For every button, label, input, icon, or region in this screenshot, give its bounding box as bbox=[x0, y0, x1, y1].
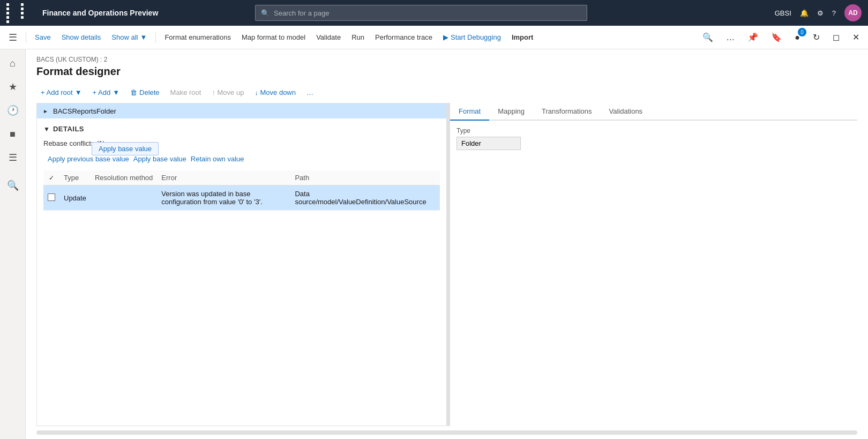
apply-base-value-button[interactable]: Apply base value bbox=[133, 154, 186, 164]
tab-bar: Format Mapping Transformations Validatio… bbox=[450, 103, 857, 121]
apply-base-value-tooltip: Apply base value bbox=[92, 142, 159, 155]
page-header: BACS (UK CUSTOM) : 2 Format designer bbox=[26, 49, 868, 82]
debug-icon: ▶ bbox=[443, 33, 448, 41]
tree-expand-icon: ► bbox=[41, 107, 50, 115]
sidebar-recent-icon[interactable]: 🕐 bbox=[3, 101, 23, 120]
conflict-actions: Apply base value Apply previous base val… bbox=[43, 154, 440, 164]
tab-content-format: Type Folder bbox=[450, 121, 857, 426]
apply-previous-base-value-button[interactable]: Apply previous base value bbox=[48, 154, 129, 164]
row-checkbox[interactable] bbox=[48, 194, 55, 201]
add-button[interactable]: + Add ▼ bbox=[88, 86, 124, 99]
right-panel: Format Mapping Transformations Validatio… bbox=[450, 103, 857, 426]
sidebar-star-icon[interactable]: ★ bbox=[3, 77, 23, 96]
breadcrumb: BACS (UK CUSTOM) : 2 bbox=[36, 56, 857, 63]
toolbar-search-icon[interactable]: 🔍 bbox=[698, 30, 717, 44]
sep2 bbox=[155, 32, 156, 43]
make-root-button[interactable]: Make root bbox=[166, 86, 206, 99]
more-actions-button[interactable]: … bbox=[302, 86, 318, 99]
toolbar-pin-icon[interactable]: 📌 bbox=[743, 30, 762, 44]
sidebar-workspace-icon[interactable]: ■ bbox=[3, 124, 23, 144]
validate-button[interactable]: Validate bbox=[312, 31, 345, 43]
import-button[interactable]: Import bbox=[507, 31, 537, 43]
tree-item-bacs[interactable]: ► BACSReportsFolder bbox=[37, 103, 446, 118]
col-resolved-check: ✓ bbox=[43, 170, 59, 185]
sep1 bbox=[26, 32, 26, 43]
details-header: ▼ DETAILS bbox=[43, 125, 440, 133]
show-all-chevron: ▼ bbox=[140, 33, 147, 41]
toolbar-bookmark-icon[interactable]: 🔖 bbox=[767, 30, 786, 44]
table-row[interactable]: Update Version was updated in base confi… bbox=[43, 185, 440, 211]
details-collapse-icon[interactable]: ▼ bbox=[43, 125, 50, 133]
add-root-chevron: ▼ bbox=[75, 88, 82, 96]
left-sidebar: ⌂ ★ 🕐 ■ ☰ 🔍 bbox=[0, 49, 26, 439]
col-type: Type bbox=[59, 170, 91, 185]
top-navigation: Finance and Operations Preview 🔍 GBSI 🔔 … bbox=[0, 0, 868, 26]
map-format-button[interactable]: Map format to model bbox=[237, 31, 310, 43]
row-resolution bbox=[91, 185, 157, 211]
toolbar-open-icon[interactable]: ◻ bbox=[828, 30, 844, 44]
hamburger-icon[interactable]: ☰ bbox=[4, 29, 21, 46]
top-nav-right: GBSI 🔔 ⚙ ? AD bbox=[775, 4, 862, 21]
app-title: Finance and Operations Preview bbox=[42, 9, 158, 17]
show-all-label: Show all bbox=[111, 33, 138, 41]
page-title: Format designer bbox=[36, 65, 857, 78]
toolbar-more-icon[interactable]: … bbox=[722, 30, 739, 44]
notification-badge-wrap: ● 0 bbox=[790, 30, 804, 44]
action-toolbar: + Add root ▼ + Add ▼ 🗑 Delete Make root … bbox=[36, 82, 857, 103]
row-checkbox-cell bbox=[43, 185, 59, 211]
format-enumerations-button[interactable]: Format enumerations bbox=[160, 31, 235, 43]
toolbar-right: 🔍 … 📌 🔖 ● 0 ↻ ◻ ✕ bbox=[698, 30, 864, 44]
start-debugging-button[interactable]: ▶ Start Debugging bbox=[439, 31, 505, 43]
add-root-button[interactable]: + Add root ▼ bbox=[36, 86, 86, 99]
notification-icon[interactable]: 🔔 bbox=[800, 9, 809, 17]
search-bar[interactable]: 🔍 bbox=[255, 5, 587, 21]
details-section: ▼ DETAILS Rebase conflicts (1) Apply bas… bbox=[37, 118, 446, 217]
type-value: Folder bbox=[457, 137, 521, 150]
row-error: Version was updated in base configuratio… bbox=[157, 185, 290, 211]
save-button[interactable]: Save bbox=[31, 31, 55, 43]
delete-button[interactable]: 🗑 Delete bbox=[126, 86, 164, 99]
sidebar-list-icon[interactable]: ☰ bbox=[3, 148, 23, 167]
table-header-row: ✓ Type Resolution method Error Path bbox=[43, 170, 440, 185]
content-area: BACS (UK CUSTOM) : 2 Format designer + A… bbox=[26, 49, 868, 439]
sidebar-filter-icon[interactable]: 🔍 bbox=[3, 176, 23, 195]
split-view: ► BACSReportsFolder ▼ DETAILS Rebase con… bbox=[36, 103, 857, 426]
delete-icon: 🗑 bbox=[130, 88, 137, 96]
col-path: Path bbox=[290, 170, 440, 185]
main-layout: ⌂ ★ 🕐 ■ ☰ 🔍 BACS (UK CUSTOM) : 2 Format … bbox=[0, 49, 868, 439]
performance-trace-button[interactable]: Performance trace bbox=[371, 31, 437, 43]
col-error: Error bbox=[157, 170, 290, 185]
add-chevron: ▼ bbox=[113, 88, 119, 96]
help-icon[interactable]: ? bbox=[832, 9, 836, 17]
tab-mapping[interactable]: Mapping bbox=[489, 103, 533, 121]
show-details-button[interactable]: Show details bbox=[57, 31, 106, 43]
tab-transformations[interactable]: Transformations bbox=[533, 103, 600, 121]
conflicts-table: ✓ Type Resolution method Error Path bbox=[43, 170, 440, 211]
select-all-check[interactable]: ✓ bbox=[48, 174, 55, 182]
settings-icon[interactable]: ⚙ bbox=[817, 9, 824, 17]
move-down-button[interactable]: ↓ Move down bbox=[250, 86, 300, 99]
toolbar-close-icon[interactable]: ✕ bbox=[848, 30, 864, 44]
search-icon: 🔍 bbox=[261, 9, 270, 17]
horizontal-scrollbar[interactable] bbox=[36, 430, 857, 435]
tab-validations[interactable]: Validations bbox=[600, 103, 651, 121]
row-path: Data source/model/ValueDefinition/ValueS… bbox=[290, 185, 440, 211]
retain-own-value-button[interactable]: Retain own value bbox=[191, 154, 244, 164]
tab-format[interactable]: Format bbox=[450, 103, 489, 121]
org-code[interactable]: GBSI bbox=[775, 9, 791, 17]
tree-panel: ► BACSReportsFolder ▼ DETAILS Rebase con… bbox=[36, 103, 447, 426]
col-resolution: Resolution method bbox=[91, 170, 157, 185]
app-grid-icon[interactable] bbox=[6, 3, 34, 23]
toolbar-refresh-icon[interactable]: ↻ bbox=[809, 30, 824, 44]
show-all-button[interactable]: Show all ▼ bbox=[107, 31, 151, 43]
search-input[interactable] bbox=[274, 9, 581, 17]
sidebar-home-icon[interactable]: ⌂ bbox=[3, 54, 23, 73]
move-up-button[interactable]: ↑ Move up bbox=[207, 86, 248, 99]
designer-content: + Add root ▼ + Add ▼ 🗑 Delete Make root … bbox=[26, 82, 868, 439]
main-toolbar: ☰ Save Show details Show all ▼ Format en… bbox=[0, 26, 868, 49]
row-type: Update bbox=[59, 185, 91, 211]
notification-badge: 0 bbox=[798, 28, 806, 36]
user-avatar[interactable]: AD bbox=[844, 4, 862, 21]
run-button[interactable]: Run bbox=[347, 31, 369, 43]
